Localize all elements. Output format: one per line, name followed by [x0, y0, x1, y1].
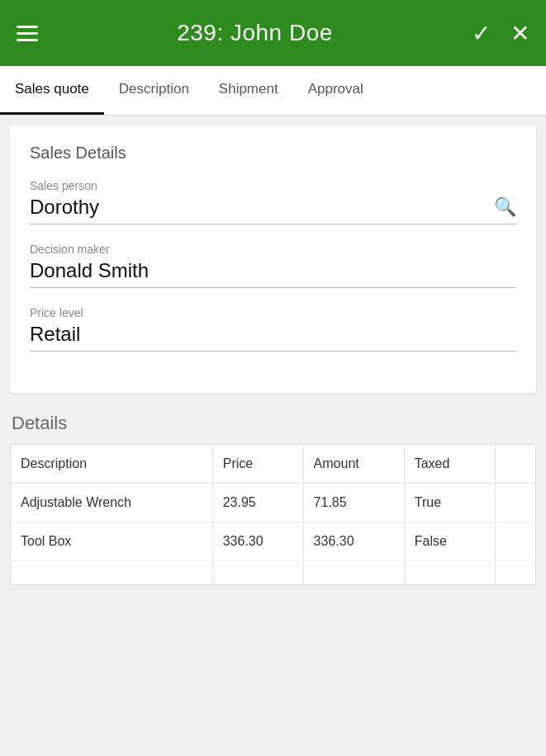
app-header: 239: John Doe ✓ ✕ [0, 0, 546, 66]
sales-person-value[interactable]: Dorothy [30, 196, 494, 219]
details-table-wrapper: Description Price Amount Taxed Adjustabl… [10, 444, 536, 585]
confirm-icon[interactable]: ✓ [472, 20, 491, 47]
tab-shipment[interactable]: Shipment [204, 66, 293, 115]
col-header-extra [495, 445, 535, 484]
cell-taxed: True [404, 484, 495, 522]
main-content: Sales Details Sales person Dorothy 🔍 Dec… [0, 116, 546, 602]
cell-description: Tool Box [11, 522, 212, 561]
cell-price: 336.30 [212, 522, 303, 561]
decision-maker-value[interactable]: Donald Smith [30, 259, 516, 288]
cell-price: 23.95 [212, 484, 303, 522]
details-section: Details Description Price Amount Taxed A… [10, 413, 536, 585]
price-level-value[interactable]: Retail [30, 323, 516, 352]
table-header-row: Description Price Amount Taxed [11, 445, 535, 484]
tab-sales-quote[interactable]: Sales quote [0, 66, 104, 115]
col-header-taxed: Taxed [404, 445, 495, 484]
sales-person-label: Sales person [30, 179, 516, 192]
cell-taxed: False [404, 522, 495, 561]
cell-taxed [404, 561, 495, 585]
header-actions: ✓ ✕ [472, 20, 529, 47]
col-header-amount: Amount [303, 445, 404, 484]
cell-extra [495, 522, 535, 561]
sales-details-card: Sales Details Sales person Dorothy 🔍 Dec… [10, 125, 536, 393]
sales-person-row: Dorothy 🔍 [30, 196, 516, 224]
price-level-label: Price level [30, 306, 516, 319]
cell-amount: 71.85 [303, 484, 404, 522]
close-icon[interactable]: ✕ [510, 20, 529, 47]
cell-amount [303, 561, 404, 585]
col-header-price: Price [212, 445, 303, 484]
sales-person-field: Sales person Dorothy 🔍 [30, 179, 516, 224]
table-row-partial [11, 561, 535, 585]
cell-description: Adjustable Wrench [11, 484, 212, 522]
cell-amount: 336.30 [303, 522, 404, 561]
cell-description [11, 561, 212, 585]
cell-price [212, 561, 303, 585]
decision-maker-label: Decision maker [30, 243, 516, 256]
details-table: Description Price Amount Taxed Adjustabl… [11, 445, 535, 584]
table-row: Adjustable Wrench 23.95 71.85 True [11, 484, 535, 522]
col-header-description: Description [11, 445, 212, 484]
table-row: Tool Box 336.30 336.30 False [11, 522, 535, 561]
price-level-field: Price level Retail [30, 306, 516, 352]
cell-extra [495, 484, 535, 522]
sales-details-title: Sales Details [30, 144, 516, 163]
details-title: Details [10, 413, 536, 434]
tab-bar: Sales quote Description Shipment Approva… [0, 66, 546, 116]
menu-button[interactable] [17, 26, 38, 41]
cell-extra [495, 561, 535, 585]
tab-approval[interactable]: Approval [293, 66, 378, 115]
search-icon[interactable]: 🔍 [494, 196, 516, 218]
page-title: 239: John Doe [177, 20, 333, 46]
decision-maker-field: Decision maker Donald Smith [30, 243, 516, 288]
tab-description[interactable]: Description [104, 66, 204, 115]
